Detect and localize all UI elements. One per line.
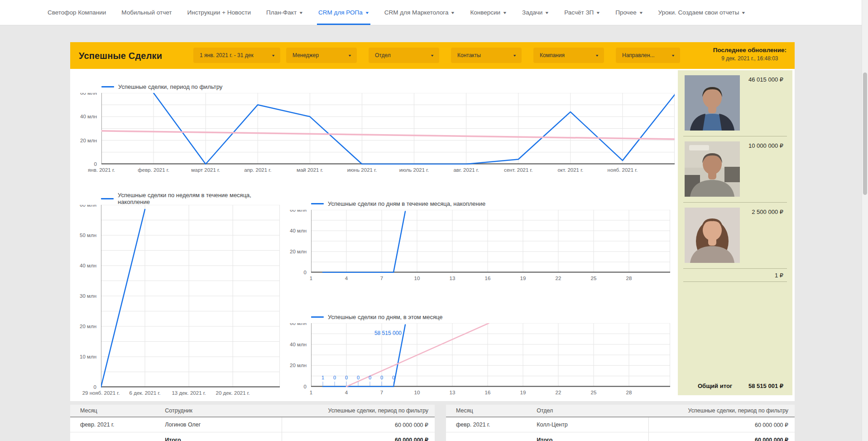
svg-text:окт. 2021 г.: окт. 2021 г. xyxy=(557,167,583,173)
total-label: Итого xyxy=(165,437,282,441)
nav-item-label: Задачи xyxy=(522,9,542,16)
svg-text:1: 1 xyxy=(310,276,312,281)
svg-text:29 нояб. 2021 г.: 29 нояб. 2021 г. xyxy=(82,390,120,396)
svg-text:нояб. 2021 г.: нояб. 2021 г. xyxy=(608,167,638,173)
scrollbar-track[interactable] xyxy=(862,0,868,441)
svg-text:22: 22 xyxy=(556,276,561,281)
chevron-down-icon: ▼ xyxy=(348,54,352,57)
nav-item-label: Уроки. Создаем свои отчеты xyxy=(658,9,739,16)
managers-panel: 46 015 000 ₽10 000 000 ₽2 500 000 ₽1 ₽ О… xyxy=(678,70,792,395)
svg-text:25: 25 xyxy=(591,390,597,395)
manager-photo xyxy=(685,208,740,263)
nav-item-crm-ropa[interactable]: CRM для РОПа▼ xyxy=(318,0,369,25)
svg-text:март 2021 г.: март 2021 г. xyxy=(191,167,220,173)
svg-text:0: 0 xyxy=(94,384,96,390)
svg-text:40 млн: 40 млн xyxy=(80,114,97,119)
filter-label: Отдел xyxy=(375,52,391,58)
chevron-down-icon: ▼ xyxy=(595,54,599,57)
svg-text:40 млн: 40 млн xyxy=(80,263,96,268)
top-nav: Светофор КомпанииМобильный отчетИнструкц… xyxy=(0,0,868,25)
nav-item-label: CRM для Маркетолога xyxy=(384,9,449,16)
table-row: февр. 2021 г.Логинов Олег60 000 000 ₽ xyxy=(70,417,435,432)
column-header: Отдел xyxy=(537,407,648,414)
nav-item-label: Конверсии xyxy=(470,9,500,16)
svg-text:май 2021 г.: май 2021 г. xyxy=(297,167,323,173)
table-header-row: МесяцОтделУспешные сделки, период по фил… xyxy=(446,405,795,417)
dashboard-page: Светофор КомпанииМобильный отчетИнструкц… xyxy=(0,0,868,441)
nav-item-lessons[interactable]: Уроки. Создаем свои отчеты▼ xyxy=(658,0,746,25)
nav-item-salary[interactable]: Расчёт ЗП▼ xyxy=(564,0,600,25)
nav-item-label: Инструкции + Новости xyxy=(187,9,251,16)
table-total-row: Итого60 000 000 ₽ xyxy=(70,432,435,441)
svg-text:20 млн: 20 млн xyxy=(80,324,96,329)
svg-text:апр. 2021 г.: апр. 2021 г. xyxy=(244,167,271,173)
nav-item-mobile-report[interactable]: Мобильный отчет xyxy=(121,0,172,25)
svg-text:13 дек. 2021 г.: 13 дек. 2021 г. xyxy=(172,390,206,396)
table-header-row: МесяцСотрудникУспешные сделки, период по… xyxy=(70,405,435,417)
filter-company[interactable]: Компания▼ xyxy=(533,48,604,63)
chevron-down-icon: ▼ xyxy=(671,54,675,57)
table-cell: февр. 2021 г. xyxy=(70,422,165,428)
nav-item-label: Светофор Компании xyxy=(48,9,106,16)
filter-contacts[interactable]: Контакты▼ xyxy=(451,48,522,63)
table-cell: 60 000 000 ₽ xyxy=(282,417,435,432)
svg-text:30 млн: 30 млн xyxy=(80,293,96,299)
svg-text:февр. 2021 г.: февр. 2021 г. xyxy=(138,167,169,173)
svg-text:6 дек. 2021 г.: 6 дек. 2021 г. xyxy=(129,390,161,396)
filter-direction[interactable]: Направлен...▼ xyxy=(616,48,680,63)
svg-text:0: 0 xyxy=(345,375,348,380)
svg-text:16: 16 xyxy=(485,390,491,395)
svg-text:60 млн: 60 млн xyxy=(80,205,96,208)
column-header: Сотрудник xyxy=(165,407,282,414)
svg-text:7: 7 xyxy=(380,276,383,281)
svg-text:10 млн: 10 млн xyxy=(80,354,96,359)
svg-text:19: 19 xyxy=(520,276,526,281)
filter-date-range[interactable]: 1 янв. 2021 г. - 31 дек▼ xyxy=(193,48,280,63)
monthly-deals-chart: Успешные сделки, период по фильтру 020 м… xyxy=(74,80,675,174)
legend-label: Успешные сделки по неделям в течение мес… xyxy=(118,192,280,205)
report-header: Успешные Сделки 1 янв. 2021 г. - 31 дек▼… xyxy=(70,42,795,69)
nav-item-conversions[interactable]: Конверсии▼ xyxy=(470,0,507,25)
manager-amount: 46 015 000 ₽ xyxy=(748,76,783,83)
filter-label: 1 янв. 2021 г. - 31 дек xyxy=(200,52,254,58)
filter-label: Контакты xyxy=(457,52,481,58)
legend-line-swatch xyxy=(101,198,114,199)
scrollbar-thumb[interactable] xyxy=(863,73,867,195)
filter-label: Менеджер xyxy=(293,52,319,58)
line-chart-svg: 020 млн40 млн60 млн14710131619222528 xyxy=(284,210,670,282)
svg-text:авг. 2021 г.: авг. 2021 г. xyxy=(453,167,479,173)
svg-text:60 млн: 60 млн xyxy=(290,323,307,326)
weekly-cumulative-chart: Успешные сделки по неделям в течение мес… xyxy=(74,192,280,397)
filter-manager[interactable]: Менеджер▼ xyxy=(286,48,357,63)
nav-item-plan-fact[interactable]: План-Факт▼ xyxy=(266,0,303,25)
nav-item-crm-marketer[interactable]: CRM для Маркетолога▼ xyxy=(384,0,455,25)
nav-item-label: Расчёт ЗП xyxy=(564,9,594,16)
svg-text:20 млн: 20 млн xyxy=(290,249,307,254)
svg-text:58 515 000: 58 515 000 xyxy=(374,330,402,336)
column-header: Успешные сделки, период по фильтру xyxy=(648,405,795,417)
table-cell: февр. 2021 г. xyxy=(446,422,537,428)
svg-text:20 млн: 20 млн xyxy=(290,363,307,368)
total-label: Итого xyxy=(537,437,648,441)
nav-item-label: CRM для РОПа xyxy=(318,9,363,16)
filter-department[interactable]: Отдел▼ xyxy=(369,48,439,63)
chevron-down-icon: ▼ xyxy=(741,11,746,15)
svg-text:19: 19 xyxy=(520,390,526,395)
svg-text:4: 4 xyxy=(345,276,348,281)
nav-item-other[interactable]: Прочее▼ xyxy=(615,0,643,25)
chevron-down-icon: ▼ xyxy=(513,54,517,57)
svg-text:28: 28 xyxy=(626,276,632,281)
deals-by-department-table: МесяцОтделУспешные сделки, период по фил… xyxy=(446,405,795,441)
nav-item-svetofor[interactable]: Светофор Компании xyxy=(48,0,106,25)
panel-total-label: Общий итог xyxy=(698,383,732,389)
chevron-down-icon: ▼ xyxy=(430,54,434,57)
nav-item-instructions-news[interactable]: Инструкции + Новости xyxy=(187,0,251,25)
chevron-down-icon: ▼ xyxy=(545,11,550,15)
daily-cumulative-chart: Успешные сделки по дням в течение месяца… xyxy=(284,197,670,282)
nav-item-tasks[interactable]: Задачи▼ xyxy=(522,0,549,25)
manager-amount: 1 ₽ xyxy=(775,272,783,279)
nav-items: Светофор КомпанииМобильный отчетИнструкц… xyxy=(48,0,761,25)
manager-amount: 2 500 000 ₽ xyxy=(752,208,783,215)
last-update: Последнее обновление: 9 дек. 2021 г., 16… xyxy=(713,47,786,62)
svg-text:0: 0 xyxy=(380,375,383,380)
